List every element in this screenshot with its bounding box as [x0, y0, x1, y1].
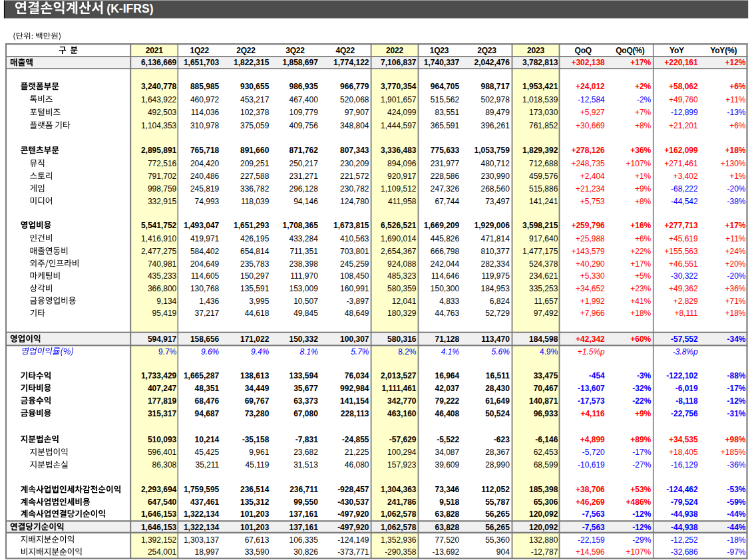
svg-text:+21,201: +21,201: [669, 121, 698, 130]
svg-text:-122,102: -122,102: [666, 371, 698, 380]
svg-text:97,907: 97,907: [345, 108, 369, 117]
svg-text:+6%: +6%: [635, 234, 652, 243]
svg-text:+248,735: +248,735: [571, 159, 605, 168]
svg-text:204,420: 204,420: [190, 159, 220, 168]
svg-text:21,225: 21,225: [345, 448, 369, 457]
svg-text:236,514: 236,514: [240, 485, 270, 494]
svg-text:1,929,006: 1,929,006: [474, 221, 510, 230]
svg-text:-22,159: -22,159: [578, 535, 605, 545]
svg-text:68,599: 68,599: [534, 460, 558, 470]
svg-text:1,690,014: 1,690,014: [381, 234, 417, 243]
svg-text:39,609: 39,609: [435, 460, 459, 470]
svg-text:250,217: 250,217: [289, 159, 319, 168]
svg-text:235,783: 235,783: [240, 259, 270, 269]
svg-text:515,562: 515,562: [431, 95, 460, 104]
svg-text:986,935: 986,935: [289, 82, 319, 91]
svg-text:150,332: 150,332: [289, 335, 319, 344]
svg-text:1,304,363: 1,304,363: [381, 485, 417, 494]
svg-text:437,461: 437,461: [190, 497, 220, 507]
svg-text:-6,019: -6,019: [675, 384, 698, 393]
svg-text:135,312: 135,312: [240, 497, 270, 507]
svg-text:9,518: 9,518: [439, 497, 459, 507]
svg-text:1,018,539: 1,018,539: [522, 95, 558, 104]
svg-text:-10,619: -10,619: [578, 460, 605, 470]
svg-text:1,651,293: 1,651,293: [234, 221, 270, 230]
svg-text:+46,551: +46,551: [669, 259, 698, 269]
svg-text:-454: -454: [589, 371, 605, 380]
svg-text:471,814: 471,814: [481, 234, 510, 243]
svg-text:+46,269: +46,269: [576, 497, 605, 507]
svg-text:+9%: +9%: [635, 409, 652, 418]
svg-text:+17%: +17%: [630, 58, 651, 67]
svg-text:1,822,315: 1,822,315: [234, 58, 270, 67]
svg-text:1,322,134: 1,322,134: [184, 509, 220, 519]
svg-text:+34,652: +34,652: [576, 284, 605, 293]
svg-text:426,195: 426,195: [240, 234, 270, 243]
svg-text:+18%: +18%: [725, 146, 745, 155]
svg-text:227,588: 227,588: [240, 172, 270, 181]
svg-text:-44,938: -44,938: [671, 509, 698, 519]
svg-text:419,971: 419,971: [190, 234, 220, 243]
svg-text:49,845: 49,845: [293, 309, 318, 318]
svg-text:109,779: 109,779: [289, 108, 319, 117]
svg-text:1,643,922: 1,643,922: [141, 95, 177, 104]
svg-text:28,430: 28,430: [485, 384, 510, 393]
svg-text:35,211: 35,211: [195, 460, 219, 470]
svg-text:-17%: -17%: [632, 448, 651, 457]
svg-text:62,453: 62,453: [534, 448, 558, 457]
svg-text:1,651,703: 1,651,703: [184, 58, 220, 67]
svg-text:407,247: 407,247: [148, 384, 177, 393]
svg-text:+220,161: +220,161: [664, 58, 698, 67]
svg-text:-12,787: -12,787: [531, 547, 558, 557]
svg-text:+24,012: +24,012: [576, 82, 605, 91]
svg-text:1,053,759: 1,053,759: [474, 146, 510, 155]
svg-text:1,953,421: 1,953,421: [522, 82, 558, 91]
svg-text:-17,573: -17,573: [578, 396, 605, 406]
svg-text:-17%: -17%: [727, 384, 745, 393]
svg-text:3Q22: 3Q22: [285, 46, 305, 55]
svg-text:807,343: 807,343: [340, 146, 369, 155]
svg-text:1,062,578: 1,062,578: [381, 523, 417, 532]
svg-text:+5,753: +5,753: [580, 197, 605, 206]
svg-text:+17%: +17%: [630, 259, 651, 269]
svg-text:+7%: +7%: [635, 108, 652, 117]
svg-text:+277,713: +277,713: [664, 221, 698, 230]
svg-text:160,991: 160,991: [340, 284, 369, 293]
svg-text:+49,760: +49,760: [669, 95, 698, 104]
svg-text:33,475: 33,475: [534, 371, 558, 380]
svg-text:113,470: 113,470: [481, 335, 510, 344]
svg-text:891,660: 891,660: [240, 146, 270, 155]
svg-text:-928,457: -928,457: [337, 485, 369, 494]
svg-text:6,824: 6,824: [490, 297, 510, 306]
svg-text:775,633: 775,633: [431, 146, 460, 155]
svg-text:2,013,527: 2,013,527: [381, 371, 417, 380]
svg-text:-12,252: -12,252: [671, 535, 698, 545]
svg-text:184,953: 184,953: [481, 284, 510, 293]
svg-text:+41%: +41%: [630, 297, 651, 306]
svg-text:467,400: 467,400: [289, 95, 319, 104]
svg-text:336,782: 336,782: [240, 184, 270, 194]
svg-text:137,161: 137,161: [289, 509, 319, 519]
svg-text:+71%: +71%: [725, 297, 745, 306]
svg-text:230,209: 230,209: [340, 159, 369, 168]
svg-text:-57,552: -57,552: [671, 335, 698, 344]
svg-text:1,104,353: 1,104,353: [141, 121, 177, 130]
svg-text:-5,522: -5,522: [437, 435, 459, 444]
svg-text:10,507: 10,507: [293, 297, 318, 306]
svg-text:-16,129: -16,129: [671, 460, 698, 470]
svg-text:158,656: 158,656: [190, 335, 220, 344]
svg-text:-12,584: -12,584: [578, 95, 605, 104]
svg-text:1,759,595: 1,759,595: [184, 485, 220, 494]
svg-text:-22,756: -22,756: [671, 409, 698, 418]
svg-text:5,541,752: 5,541,752: [141, 221, 177, 230]
svg-text:+271,461: +271,461: [664, 159, 698, 168]
svg-text:11,657: 11,657: [534, 297, 558, 306]
svg-text:102,378: 102,378: [240, 108, 270, 117]
svg-text:1,646,153: 1,646,153: [141, 523, 177, 532]
svg-text:+58,062: +58,062: [669, 82, 698, 91]
svg-text:3,336,483: 3,336,483: [381, 146, 417, 155]
svg-text:424,099: 424,099: [387, 108, 417, 117]
svg-text:+30,669: +30,669: [576, 121, 605, 130]
svg-text:1,858,697: 1,858,697: [283, 58, 319, 67]
svg-text:-44%: -44%: [727, 509, 745, 519]
